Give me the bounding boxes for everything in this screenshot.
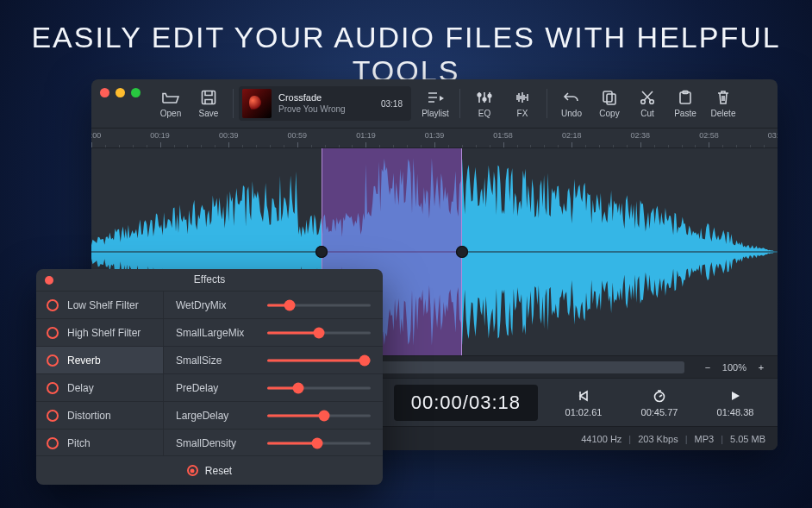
eq-button[interactable]: EQ (465, 83, 503, 124)
effects-panel: Effects Low Shelf FilterHigh Shelf Filte… (36, 269, 383, 485)
status-bitrate: 203 Kbps (638, 434, 678, 444)
toolbar-separator (233, 89, 234, 118)
playlist-label: Playlist (422, 109, 449, 118)
album-art-thumb (242, 89, 272, 118)
effects-list-item-label: High Shelf Filter (67, 327, 141, 339)
svg-point-6 (641, 99, 646, 103)
svg-point-2 (483, 97, 486, 101)
selection-handle-start[interactable] (315, 246, 328, 258)
marker-start-icon (578, 388, 590, 404)
effects-panel-header[interactable]: Effects (36, 269, 383, 292)
effects-list-item[interactable]: Pitch (36, 430, 163, 455)
effects-param-slider[interactable] (267, 382, 371, 394)
track-title: Prove You Wrong (278, 104, 346, 116)
effects-list-item-label: Delay (67, 382, 94, 394)
radio-ring-icon (47, 437, 59, 449)
effects-list-item-label: Low Shelf Filter (67, 299, 139, 311)
radio-ring-icon (47, 299, 59, 311)
paste-label: Paste (674, 109, 696, 118)
delete-label: Delete (711, 109, 736, 118)
trash-icon (715, 90, 732, 105)
cut-label: Cut (640, 109, 654, 118)
effects-param-row: SmallLargeMix (164, 319, 383, 347)
save-label: Save (199, 109, 219, 118)
effects-param-slider[interactable] (267, 354, 371, 367)
reset-icon (187, 465, 198, 476)
save-icon (200, 90, 217, 105)
play-button[interactable]: 01:48.38 (705, 388, 765, 417)
radio-ring-icon (47, 382, 59, 394)
selection-start-value: 01:02.61 (565, 407, 603, 417)
save-button[interactable]: Save (190, 83, 228, 124)
svg-point-7 (650, 99, 654, 103)
effects-param-slider[interactable] (267, 327, 371, 339)
status-format: MP3 (695, 434, 715, 444)
selection-end-value: 01:48.38 (717, 407, 754, 417)
effects-reset-button[interactable]: Reset (36, 455, 383, 485)
selection-duration-value: 00:45.77 (641, 407, 678, 417)
effects-list-item[interactable]: Low Shelf Filter (36, 292, 163, 319)
effects-param-row: LargeDelay (164, 402, 383, 430)
zoom-out-button[interactable]: − (702, 361, 714, 373)
effects-list-item-label: Reverb (67, 354, 101, 367)
radio-ring-icon (47, 327, 59, 339)
radio-ring-icon (47, 354, 59, 367)
effects-param-label: LargeDelay (176, 410, 259, 422)
cut-button[interactable]: Cut (628, 83, 666, 124)
selection-duration-control[interactable]: 00:45.77 (629, 388, 690, 417)
folder-open-icon (162, 90, 179, 105)
paste-button[interactable]: Paste (666, 83, 704, 124)
undo-button[interactable]: Undo (553, 83, 590, 124)
fx-button[interactable]: FX (503, 83, 541, 124)
marketing-headline: Easily edit your audio files with helpfu… (0, 21, 812, 88)
effects-param-slider[interactable] (267, 437, 371, 449)
effects-parameters: WetDryMixSmallLargeMixSmallSizePreDelayL… (164, 292, 383, 455)
effects-param-slider[interactable] (267, 410, 371, 422)
selection-start-control[interactable]: 01:02.61 (553, 388, 614, 417)
svg-rect-5 (607, 94, 615, 104)
playhead-time-display: 00:00/03:18 (394, 385, 538, 421)
copy-icon (601, 90, 618, 105)
svg-point-3 (488, 94, 491, 97)
effects-param-label: SmallSize (176, 354, 259, 367)
status-filesize: 5.05 MB (730, 434, 765, 444)
eq-label: EQ (478, 109, 490, 118)
playlist-icon (427, 90, 444, 105)
open-label: Open (160, 109, 181, 118)
play-icon (729, 388, 741, 404)
equalizer-icon (476, 90, 493, 105)
fx-waveform-icon (514, 90, 531, 105)
effects-list-item[interactable]: Distortion (36, 402, 163, 430)
fx-label: FX (517, 109, 528, 118)
selection-handle-end[interactable] (456, 246, 468, 258)
effects-panel-title: Effects (36, 273, 383, 285)
effects-param-slider[interactable] (267, 299, 371, 311)
effects-param-label: PreDelay (176, 382, 259, 394)
effects-param-row: SmallDensity (164, 430, 383, 455)
cut-icon (639, 90, 656, 105)
current-track-chip[interactable]: Crossfade Prove You Wrong 03:18 (239, 86, 411, 121)
zoom-in-button[interactable]: + (755, 361, 767, 373)
effects-param-row: PreDelay (164, 374, 383, 402)
svg-rect-4 (603, 91, 612, 102)
copy-label: Copy (599, 109, 619, 118)
effects-list: Low Shelf FilterHigh Shelf FilterReverbD… (36, 292, 164, 455)
track-duration: 03:18 (381, 99, 403, 109)
effects-reset-label: Reset (205, 465, 232, 477)
effects-list-item[interactable]: Delay (36, 374, 163, 402)
svg-point-1 (478, 93, 481, 97)
open-button[interactable]: Open (152, 83, 190, 124)
copy-button[interactable]: Copy (590, 83, 628, 124)
playlist-button[interactable]: Playlist (416, 83, 454, 124)
radio-ring-icon (47, 410, 59, 422)
effects-list-item-label: Pitch (67, 437, 91, 449)
toolbar: Open Save Crossfade Prove You Wrong 03:1… (91, 79, 778, 128)
time-ruler[interactable]: 00:0000:1900:3900:5901:1901:3901:5802:18… (91, 128, 778, 148)
undo-icon (563, 90, 580, 105)
effects-list-item[interactable]: High Shelf Filter (36, 319, 163, 347)
svg-rect-0 (203, 91, 215, 103)
effects-list-item[interactable]: Reverb (36, 347, 163, 374)
delete-button[interactable]: Delete (704, 83, 742, 124)
effects-param-label: WetDryMix (176, 299, 259, 311)
effects-param-label: SmallDensity (176, 437, 259, 449)
